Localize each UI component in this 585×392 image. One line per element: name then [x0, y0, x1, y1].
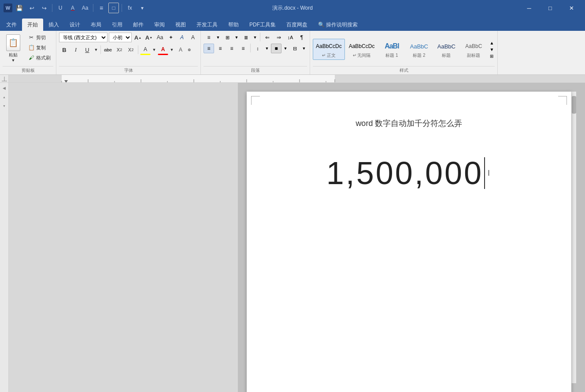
italic-button[interactable]: I: [70, 44, 81, 55]
restore-button[interactable]: □: [540, 0, 560, 16]
ruler-corner[interactable]: [0, 75, 9, 82]
char-spacing-button[interactable]: A: [188, 33, 198, 42]
shading-button[interactable]: ■: [271, 44, 281, 53]
superscript-button[interactable]: X2: [126, 44, 136, 55]
tab-layout[interactable]: 布局: [85, 18, 107, 31]
tab-developer[interactable]: 开发工具: [191, 18, 223, 31]
redo-button[interactable]: ↪: [39, 3, 49, 13]
tab-references[interactable]: 引用: [107, 18, 128, 31]
font-content: 等线 (西文正文) 小初 A▲ A▼ Aa ✦ A A B I U ▼: [59, 33, 198, 66]
align-right-button[interactable]: ≡: [226, 44, 237, 53]
copy-button[interactable]: 📋 复制: [26, 43, 53, 52]
styles-scroll-down[interactable]: ▼: [489, 46, 495, 52]
styles-expand[interactable]: ⊞: [489, 53, 495, 59]
char-style-button[interactable]: A: [175, 44, 186, 55]
separator: [52, 4, 52, 12]
right-scrollbar[interactable]: [571, 92, 576, 383]
tab-mailings[interactable]: 邮件: [128, 18, 149, 31]
expand-quick-access-btn[interactable]: ▼: [137, 3, 148, 13]
strikethrough-button[interactable]: abc: [103, 44, 113, 55]
title-bar: W 💾 ↩ ↪ U A Aa ≡ □ fx ▼ 演示.docx - Word ─…: [0, 0, 585, 16]
style-normal[interactable]: AaBbCcDc ↵ 正文: [313, 39, 345, 60]
shading-dropdown[interactable]: ▼: [282, 44, 289, 53]
text-effects-button[interactable]: A: [177, 33, 187, 42]
tab-search[interactable]: 🔍操作说明搜索: [313, 18, 363, 31]
line-spacing-dropdown[interactable]: ▼: [264, 44, 270, 53]
text-highlight-button[interactable]: A: [140, 44, 151, 55]
tab-view[interactable]: 视图: [170, 18, 191, 31]
save-button[interactable]: 💾: [14, 3, 25, 13]
font-family-select[interactable]: 等线 (西文正文): [59, 33, 107, 42]
underline-dropdown[interactable]: ▼: [93, 45, 99, 55]
format-painter-button[interactable]: 🖌 格式刷: [26, 53, 53, 63]
multilevel-dropdown[interactable]: ▼: [252, 33, 258, 42]
minimize-button[interactable]: ─: [519, 0, 539, 16]
tab-pdf[interactable]: PDF工具集: [244, 18, 281, 31]
increase-indent-button[interactable]: ⇒: [274, 33, 284, 42]
underline-button[interactable]: U: [82, 44, 93, 55]
tab-design[interactable]: 设计: [64, 18, 85, 31]
tab-help[interactable]: 帮助: [223, 18, 244, 31]
show-marks-button[interactable]: ¶: [296, 33, 307, 42]
style-subheading[interactable]: AaBbC 副标题: [460, 39, 487, 60]
styles-scroll-up[interactable]: ▲: [489, 40, 495, 46]
paste-button[interactable]: 📋 粘贴 ▼: [3, 33, 24, 64]
highlight-dropdown[interactable]: ▼: [152, 45, 157, 55]
style-heading1[interactable]: AaBl 标题 1: [378, 39, 405, 60]
sort-button[interactable]: ↕A: [285, 33, 296, 42]
left-expand-btn[interactable]: ▲: [1, 93, 8, 100]
style-heading2[interactable]: AaBbC 标题 2: [406, 39, 432, 60]
font-aa-btn[interactable]: Aa: [155, 33, 165, 42]
left-collapse-btn[interactable]: ◀: [1, 85, 8, 92]
clipboard-small-btns: ✂ 剪切 📋 复制 🖌 格式刷: [26, 33, 53, 64]
border-button[interactable]: ⊟: [289, 44, 300, 53]
left-shrink-btn[interactable]: ▼: [1, 102, 8, 109]
undo-button[interactable]: ↩: [26, 3, 37, 13]
bold-button[interactable]: B: [59, 44, 70, 55]
tab-insert[interactable]: 插入: [43, 18, 64, 31]
list-quick-btn[interactable]: ≡: [96, 3, 107, 13]
number-list-button[interactable]: ⊞: [222, 33, 233, 42]
para-sep2: [250, 44, 251, 52]
style-no-spacing[interactable]: AaBbCcDc ↵ 无间隔: [346, 39, 378, 60]
char-style-dropdown[interactable]: ⊕: [187, 45, 192, 55]
document-number[interactable]: 1,500,000 I: [282, 155, 536, 191]
tab-baidu[interactable]: 百度网盘: [281, 18, 313, 31]
font-size-select[interactable]: 小初: [109, 33, 132, 42]
underline-quick-btn[interactable]: U: [55, 3, 66, 13]
tab-review[interactable]: 审阅: [149, 18, 170, 31]
rect-quick-btn[interactable]: □: [108, 3, 119, 13]
ruler-horizontal: [9, 75, 585, 82]
font-color-dropdown[interactable]: ▼: [169, 45, 174, 55]
align-center-button[interactable]: ≡: [215, 44, 226, 53]
paste-dropdown[interactable]: ▼: [11, 58, 15, 63]
line-spacing-button[interactable]: ↕: [252, 44, 263, 53]
scrollbar-thumb[interactable]: [572, 96, 576, 114]
decrease-indent-button[interactable]: ⇐: [262, 33, 273, 42]
align-left-button[interactable]: ≡: [204, 44, 214, 53]
clear-format-button[interactable]: ✦: [166, 33, 176, 42]
number-dropdown[interactable]: ▼: [233, 33, 240, 42]
close-button[interactable]: ✕: [561, 0, 581, 16]
cut-button[interactable]: ✂ 剪切: [26, 33, 53, 42]
style-heading[interactable]: AaBbC 标题: [433, 39, 459, 60]
grow-font-button[interactable]: A▲: [133, 33, 143, 42]
para-content: ≡ ▼ ⊞ ▼ ≣ ▼ ⇐ ⇒ ↕A ¶ ≡ ≡ ≡ ≡: [204, 33, 307, 66]
text-cursor: [484, 157, 485, 189]
font-aa-btn[interactable]: Aa: [80, 3, 90, 13]
font-color-button[interactable]: A: [158, 44, 168, 55]
justify-button[interactable]: ≡: [238, 44, 248, 53]
bullet-dropdown[interactable]: ▼: [215, 33, 221, 42]
formula-btn[interactable]: fx: [125, 3, 135, 13]
document-page[interactable]: word 数字自动加千分符怎么弄 1,500,000 I: [247, 92, 571, 392]
style-heading2-label: 标题 2: [413, 52, 425, 59]
bullet-list-button[interactable]: ≡: [204, 33, 214, 42]
shrink-font-button[interactable]: A▼: [144, 33, 154, 42]
border-dropdown[interactable]: ▼: [301, 44, 307, 53]
tab-file[interactable]: 文件: [1, 18, 22, 31]
document-area[interactable]: word 数字自动加千分符怎么弄 1,500,000 I: [238, 83, 585, 392]
font-color-quick-btn[interactable]: A: [67, 3, 78, 13]
multilevel-button[interactable]: ≣: [241, 33, 251, 42]
subscript-button[interactable]: X2: [114, 44, 125, 55]
tab-home[interactable]: 开始: [22, 18, 43, 31]
